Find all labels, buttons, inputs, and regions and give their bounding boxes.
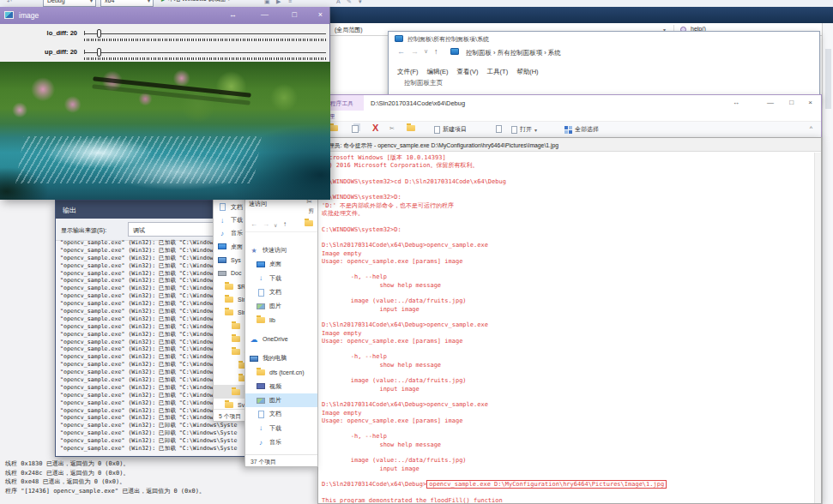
river-forest-image — [0, 62, 330, 200]
vs-toolbar-icon[interactable]: ▶ — [276, 0, 281, 5]
cmd-output-line: input image — [322, 386, 814, 393]
breadcrumb[interactable]: 控制面板 › 所有控制面板项 › 系统 — [466, 49, 561, 57]
vs-toolbar-icon[interactable]: ≡ — [288, 0, 292, 4]
trackbar-lo-diff-handle[interactable] — [97, 29, 101, 38]
item-label: dfs (tcent.cn) — [269, 369, 304, 375]
cloud-icon: ☁ — [249, 335, 259, 344]
vs-scrollbar[interactable] — [822, 23, 833, 504]
cmd-output-line: D:\Sln20170314Code\x64\Debug>opencv_samp… — [322, 321, 814, 329]
folder-icon[interactable] — [407, 125, 415, 131]
cmd-output-line: -h, --help — [322, 273, 814, 281]
vs-platform-dropdown[interactable]: x64▾ — [100, 0, 154, 7]
list-item[interactable]: 图片 — [245, 299, 317, 313]
trackbar-up-diff-handle[interactable] — [97, 48, 101, 57]
back-icon[interactable]: ← — [251, 220, 257, 228]
list-item[interactable]: ☁OneDrive — [245, 333, 317, 346]
new-item-button[interactable]: 新建项目 — [434, 125, 467, 134]
window-icon — [4, 11, 14, 19]
up-icon[interactable]: ↑ — [434, 47, 438, 56]
control-panel-home-link[interactable]: 控制面板主页 — [404, 79, 443, 87]
download-icon: ↓ — [256, 424, 266, 432]
vs-config-dropdown[interactable]: Debug▾ — [43, 0, 96, 7]
list-item[interactable]: 桌面 — [245, 257, 317, 271]
minimize-button[interactable]: — — [261, 10, 269, 19]
cmd-output-line: This program demonstrated the floodFill(… — [322, 497, 814, 503]
cmd-output-line: show help message — [322, 282, 814, 290]
vs-toolbar-icon[interactable]: A — [336, 0, 341, 4]
scrollbar-thumb[interactable] — [825, 49, 831, 109]
system-icon — [450, 48, 459, 55]
cmd-scrollbar[interactable] — [814, 153, 821, 503]
select-all-icon — [564, 126, 572, 134]
list-item[interactable]: dfs (tcent.cn) — [245, 365, 317, 379]
cmd-highlighted-command: opencv_sample.exe D:\MyConfiguration\hry… — [426, 480, 667, 489]
folder-icon[interactable] — [329, 125, 338, 131]
folder-icon — [231, 349, 241, 355]
list-item[interactable]: lib — [245, 313, 317, 327]
list-item[interactable]: ♪音乐 — [245, 435, 317, 449]
cut-icon[interactable]: ✂ — [389, 125, 395, 132]
list-item[interactable]: 视频 — [245, 380, 317, 393]
vs-config-value: Debug — [47, 0, 65, 3]
undo-icon[interactable]: ↶ — [7, 0, 12, 5]
folder-icon — [256, 369, 266, 375]
forward-icon[interactable]: → — [263, 220, 269, 228]
list-item[interactable]: ↓下载 — [245, 422, 317, 435]
cmd-titlebar[interactable]: 管理员: 命令提示符 - opencv_sample.exe D:\MyConf… — [318, 138, 821, 152]
document-icon — [217, 203, 227, 211]
copy-icon[interactable] — [352, 125, 359, 133]
list-item[interactable]: 文档 — [245, 407, 317, 421]
music-icon: ♪ — [256, 439, 266, 447]
trackbar-up-diff-label: up_diff: 20 — [0, 48, 77, 56]
vs-run-label: 本地 Windows 调试器 — [168, 0, 226, 2]
collapse-ribbon-button[interactable]: ^ — [810, 125, 812, 131]
vs-toolbar-icon[interactable]: ✎ — [347, 0, 352, 5]
minimize-button[interactable]: — — [767, 99, 774, 106]
debug-explorer-titlebar[interactable]: 用程序工具 D:\Sln20170314Code\x64\Debug ↔ — □… — [314, 95, 821, 111]
list-item[interactable]: ★快速访问 — [245, 243, 317, 257]
chevron-down-icon[interactable]: ∨ — [424, 48, 428, 55]
forward-icon[interactable]: → — [411, 47, 419, 56]
opencv-titlebar[interactable]: image ↔ — □ × — [0, 7, 329, 24]
new-item-icon — [434, 126, 440, 134]
cmd-output-line — [322, 186, 814, 194]
open-button[interactable]: 打开 ▾ — [511, 125, 537, 134]
delete-icon[interactable]: X — [372, 123, 378, 133]
debug-output-line: 程序 "[12436] opencv_sample.exe" 已退出，返回值为 … — [5, 487, 297, 496]
chevron-down-icon[interactable]: ∨ — [274, 222, 277, 228]
blank-page-icon[interactable] — [496, 125, 502, 133]
select-all-label: 全部选择 — [575, 125, 599, 134]
up-icon[interactable]: ↑ — [283, 220, 287, 228]
vs-run-button[interactable]: ▶ 本地 Windows 调试器 ▾ — [161, 0, 230, 3]
item-label: 图片 — [269, 396, 281, 405]
item-label: 视频 — [269, 382, 281, 391]
debug-explorer-window: 用程序工具 D:\Sln20170314Code\x64\Debug ↔ — □… — [313, 94, 822, 139]
nav-pane: ★快速访问桌面↓下载文档图片lib☁OneDrive我的电脑dfs (tcent… — [245, 243, 317, 453]
vs-toolbar-icon[interactable]: ▣ — [264, 0, 270, 5]
open-label: 打开 — [520, 125, 532, 134]
cmd-output-line — [322, 266, 814, 273]
cmd-output-line — [322, 369, 814, 377]
cmd-output: Microsoft Windows [版本 10.0.14393](c) 201… — [318, 153, 814, 503]
close-button[interactable]: × — [808, 99, 812, 106]
trackbar-lo-diff-track[interactable] — [84, 33, 326, 34]
address-folder-icon[interactable] — [305, 220, 313, 226]
control-panel-window: 控制面板\所有控制面板项\系统 ← → ∨ ↑ 控制面板 › 所有控制面板项 ›… — [388, 31, 820, 101]
list-item[interactable]: 文档 — [245, 285, 317, 299]
trackbar-up-diff-track[interactable] — [84, 52, 326, 53]
vs-scope-dropdown[interactable]: (全局范围) — [335, 26, 363, 34]
cmd-output-line: -h, --help — [322, 353, 814, 361]
select-all-button[interactable]: 全部选择 — [564, 125, 599, 134]
close-button[interactable]: × — [318, 10, 323, 19]
maximize-button[interactable]: □ — [789, 99, 794, 106]
list-item[interactable]: 我的电脑 — [245, 351, 317, 365]
maximize-button[interactable]: □ — [293, 10, 297, 19]
chevron-down-icon[interactable]: ▾ — [359, 0, 362, 5]
list-item[interactable]: 图片 — [245, 393, 317, 407]
control-panel-titlebar[interactable]: 控制面板\所有控制面板项\系统 — [389, 32, 819, 45]
cmd-command-line: D:\Sln20170314Code\x64\Debug>opencv_samp… — [322, 481, 814, 489]
back-icon[interactable]: ← — [397, 47, 405, 56]
cmd-output-line: image (value:../data/fruits.jpg) — [322, 377, 814, 385]
list-item[interactable]: ↓下载 — [245, 272, 317, 285]
output-source-value: 调试 — [133, 227, 145, 233]
